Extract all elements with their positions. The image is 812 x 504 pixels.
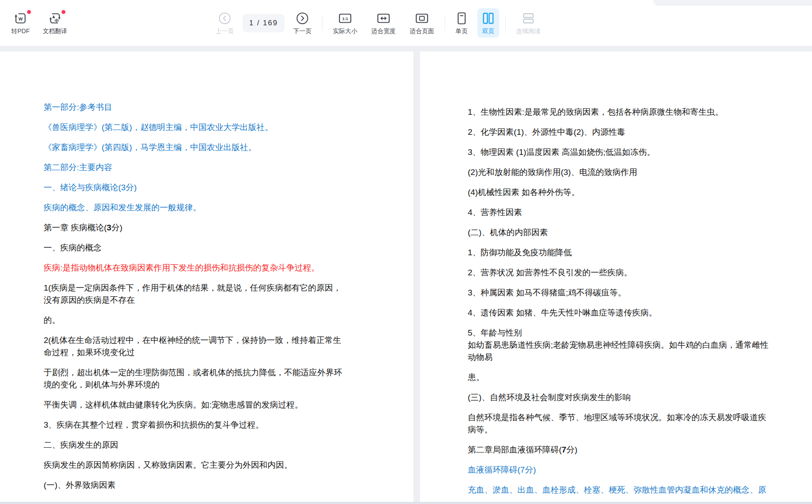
notification-badge (62, 10, 65, 14)
document-paragraph: 平衡失调，这样机体就由健康转化为疾病。如:宠物患感冒的发病过程。 (44, 399, 396, 411)
text-line: 1(疾病是一定病因条件下，作用于机体的结果，就是说，任何疾病都有它的原因， (44, 282, 396, 294)
continuous-scroll-icon (522, 12, 535, 25)
document-paragraph: 第一章 疾病概论(3分) (44, 222, 396, 234)
svg-text:中: 中 (55, 18, 59, 23)
document-paragraph: (二)、机体的内部因素 (468, 226, 799, 239)
text-line: 《家畜病理学》(第四版)，马学恩主编，中国农业出版社。 (44, 141, 396, 154)
document-paragraph: 二、疾病发生的原因 (44, 439, 396, 451)
text-line: 如幼畜易患肠道性疾病;老龄宠物易患神经性障碍疾病。如牛鸡的白血病，通常雌性 (468, 339, 799, 351)
text-line: 1、防御功能及免疫功能降低 (468, 247, 799, 259)
text-line: 一、绪论与疾病概论(3分) (44, 182, 396, 194)
fit-width-button[interactable]: 适合宽度 (367, 8, 400, 38)
text-line: 疾病的概念、原因和发生发展的一般规律。 (44, 202, 396, 214)
text-line: 动物易 (468, 351, 799, 363)
text-line: (三)、自然环境及社会制度对疾病发生的影响 (468, 391, 799, 404)
toolbar-divider (322, 16, 322, 31)
document-paragraph: (三)、自然环境及社会制度对疾病发生的影响 (468, 391, 799, 404)
fit-width-icon (377, 12, 390, 25)
document-paragraph: 第二部分:主要内容 (44, 161, 396, 174)
single-page-label: 单页 (456, 28, 468, 34)
text-line: 2、营养状况 如营养性不良引发的一些疾病。 (468, 267, 799, 279)
document-paragraph: 3、物理因素 (1)温度因素 高温如烧伤;低温如冻伤。 (468, 146, 799, 158)
document-paragraph: 2、化学因素(1)、外源性中毒(2)、内源性毒 (468, 126, 799, 138)
document-reader-window: w 转PDF 中 文档翻译 (0, 0, 812, 504)
document-paragraph: 疾病:是指动物机体在致病因素作用下发生的损伤和抗损伤的复杂斗争过程。 (44, 262, 396, 274)
text-line: 4、遗传因素 如猪、牛先天性卟啉血症等遗传疾病。 (468, 307, 799, 319)
single-page-button[interactable]: 单页 (451, 8, 472, 38)
text-line: (二)、机体的内部因素 (468, 226, 799, 239)
document-paragraph: 自然环境是指各种气候、季节、地理区域等环境状况。如寒冷的冻天易发呼吸道疾病等。 (468, 411, 799, 436)
document-paragraph: 4、遗传因素 如猪、牛先天性卟啉血症等遗传疾病。 (468, 307, 799, 319)
toolbar: w 转PDF 中 文档翻译 (0, 0, 812, 46)
text-line: (2)光和放射能的致病作用(3)、电流的致病作用 (468, 166, 799, 178)
document-paragraph: 1、防御功能及免疫功能降低 (468, 247, 799, 259)
to-pdf-label: 转PDF (11, 28, 30, 34)
document-page-right: 1、生物性因素:是最常见的致病因素，包括各种病原微生物和寄生虫。2、化学因素(1… (420, 51, 812, 502)
text-line: 1、生物性因素:是最常见的致病因素，包括各种病原微生物和寄生虫。 (468, 106, 799, 118)
document-paragraph: 疾病的概念、原因和发生发展的一般规律。 (44, 202, 396, 214)
document-paragraph: 3、种属因素 如马不得猪瘟;鸡不得碳疽等。 (468, 287, 799, 299)
text-line: 3、疾病在其整个过程，贯穿着损伤和抗损伤的复斗争过程。 (44, 419, 396, 431)
text-line: 第一部分:参考书目 (44, 101, 396, 113)
document-paragraph: 一、疾病的概念 (44, 242, 396, 254)
text-line: 自然环境是指各种气候、季节、地理区域等环境状况。如寒冷的冻天易发呼吸道疾 (468, 411, 799, 424)
text-line: 第二章局部血液循环障碍(7分) (468, 444, 799, 456)
document-paragraph: 5、年龄与性别如幼畜易患肠道性疾病;老龄宠物易患神经性障碍疾病。如牛鸡的白血病，… (468, 327, 799, 363)
next-page-button[interactable]: 下一页 (289, 8, 316, 38)
fit-page-button[interactable]: 适合页面 (405, 8, 439, 38)
text-line: 平衡失调，这样机体就由健康转化为疾病。如:宠物患感冒的发病过程。 (44, 399, 396, 411)
document-canvas: 第一部分:参考书目《兽医病理学》(第二版)，赵德明主编，中国农业大学出版社。《家… (0, 46, 812, 502)
fit-page-label: 适合页面 (410, 28, 434, 34)
text-line: (一)、外界致病因素 (44, 479, 396, 491)
text-line: (4)机械性因素 如各种外伤等。 (468, 186, 799, 199)
continuous-read-button[interactable]: 连续阅读 (512, 8, 545, 38)
circle-chevron-right-icon (296, 12, 309, 25)
toolbar-divider (505, 16, 506, 31)
text-line: 充血、淤血、出血、血栓形成、栓塞、梗死、弥散性血管内凝血和休克的概念、原 (468, 484, 799, 496)
document-paragraph: 2(机体在生命活动过程中，在中枢神经的统一调节下，保持协一致，维持着正常生命过程… (44, 334, 396, 359)
text-line: 一、疾病的概念 (44, 242, 396, 254)
text-line: 5、年龄与性别 (468, 327, 799, 339)
document-paragraph: 于剧烈，超出机体一定的生理防御范围，或者机体的抵抗力降低，不能适应外界环境的变化… (44, 367, 396, 391)
text-line: 病等。 (468, 424, 799, 436)
word-to-pdf-icon: w (14, 12, 27, 25)
prev-page-label: 上一页 (216, 28, 234, 34)
actual-size-button[interactable]: 1:1 实际大小 (329, 8, 362, 38)
text-line: 3、物理因素 (1)温度因素 高温如烧伤;低温如冻伤。 (468, 146, 799, 158)
text-line: 于剧烈，超出机体一定的生理防御范围，或者机体的抵抗力降低，不能适应外界环 (44, 367, 396, 379)
page-indicator-value: 1 / 169 (249, 19, 278, 27)
document-paragraph: 第一部分:参考书目 (44, 101, 396, 113)
notification-badge (27, 10, 31, 14)
text-line: 没有原因的疾病是不存在 (44, 294, 396, 306)
document-paragraph: 一、绪论与疾病概论(3分) (44, 182, 396, 194)
continuous-read-label: 连续阅读 (516, 28, 541, 34)
double-page-button[interactable]: 双页 (477, 8, 499, 38)
svg-text:w: w (18, 16, 23, 22)
doc-translate-button[interactable]: 中 文档翻译 (38, 8, 72, 38)
page-indicator[interactable]: 1 / 169 (243, 14, 284, 32)
document-paragraph: 患。 (468, 371, 799, 384)
next-page-label: 下一页 (293, 28, 312, 34)
document-paragraph: 疾病发生的原因简称病因，又称致病因素。它主要分为外因和内因。 (44, 459, 396, 471)
toolbar-divider (445, 16, 445, 31)
one-to-one-icon: 1:1 (339, 12, 352, 25)
prev-page-button[interactable]: 上一页 (211, 8, 238, 38)
text-line: 4、营养性因素 (468, 206, 799, 219)
text-line: 2、化学因素(1)、外源性中毒(2)、内源性毒 (468, 126, 799, 138)
document-paragraph: 《家畜病理学》(第四版)，马学恩主编，中国农业出版社。 (44, 141, 396, 154)
text-line: 血液循环障碍(7分) (468, 464, 799, 476)
document-paragraph: 1、生物性因素:是最常见的致病因素，包括各种病原微生物和寄生虫。 (468, 106, 799, 118)
circle-chevron-left-icon (218, 12, 231, 25)
single-page-icon (456, 12, 467, 25)
double-page-label: 双页 (482, 28, 494, 34)
bottom-edge-strip (0, 502, 812, 504)
document-paragraph: 4、营养性因素 (468, 206, 799, 219)
to-pdf-button[interactable]: w 转PDF (7, 8, 34, 38)
double-page-icon (482, 12, 495, 25)
text-line: 第二部分:主要内容 (44, 161, 396, 174)
window-corner-tab (653, 0, 812, 6)
text-line: 境的变化，则机体与外界环境的 (44, 379, 396, 391)
document-paragraph: 的。 (44, 314, 396, 326)
text-line: 3、种属因素 如马不得猪瘟;鸡不得碳疽等。 (468, 287, 799, 299)
text-line: 命过程，如果环境变化过 (44, 346, 396, 359)
